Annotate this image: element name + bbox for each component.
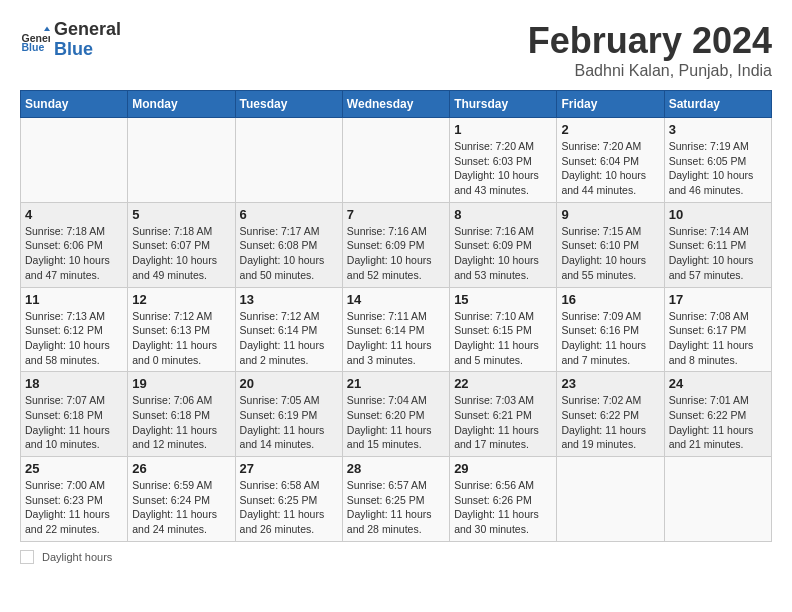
footer: Daylight hours <box>20 550 772 564</box>
calendar-week-row: 25Sunrise: 7:00 AM Sunset: 6:23 PM Dayli… <box>21 457 772 542</box>
calendar-cell: 5Sunrise: 7:18 AM Sunset: 6:07 PM Daylig… <box>128 202 235 287</box>
day-number: 15 <box>454 292 552 307</box>
calendar-cell <box>21 118 128 203</box>
day-number: 7 <box>347 207 445 222</box>
day-info: Sunrise: 6:59 AM Sunset: 6:24 PM Dayligh… <box>132 478 230 537</box>
day-number: 2 <box>561 122 659 137</box>
day-info: Sunrise: 7:08 AM Sunset: 6:17 PM Dayligh… <box>669 309 767 368</box>
day-number: 27 <box>240 461 338 476</box>
calendar-cell <box>128 118 235 203</box>
calendar-cell: 13Sunrise: 7:12 AM Sunset: 6:14 PM Dayli… <box>235 287 342 372</box>
logo-blue-text: Blue <box>54 40 121 60</box>
svg-text:Blue: Blue <box>22 40 45 52</box>
day-info: Sunrise: 7:00 AM Sunset: 6:23 PM Dayligh… <box>25 478 123 537</box>
day-info: Sunrise: 7:04 AM Sunset: 6:20 PM Dayligh… <box>347 393 445 452</box>
day-number: 8 <box>454 207 552 222</box>
day-number: 24 <box>669 376 767 391</box>
calendar-day-header: Tuesday <box>235 91 342 118</box>
day-info: Sunrise: 7:16 AM Sunset: 6:09 PM Dayligh… <box>347 224 445 283</box>
day-info: Sunrise: 7:16 AM Sunset: 6:09 PM Dayligh… <box>454 224 552 283</box>
calendar-cell: 3Sunrise: 7:19 AM Sunset: 6:05 PM Daylig… <box>664 118 771 203</box>
day-number: 9 <box>561 207 659 222</box>
calendar-cell: 20Sunrise: 7:05 AM Sunset: 6:19 PM Dayli… <box>235 372 342 457</box>
day-info: Sunrise: 7:20 AM Sunset: 6:03 PM Dayligh… <box>454 139 552 198</box>
day-number: 16 <box>561 292 659 307</box>
calendar-week-row: 4Sunrise: 7:18 AM Sunset: 6:06 PM Daylig… <box>21 202 772 287</box>
calendar-week-row: 18Sunrise: 7:07 AM Sunset: 6:18 PM Dayli… <box>21 372 772 457</box>
calendar-cell: 18Sunrise: 7:07 AM Sunset: 6:18 PM Dayli… <box>21 372 128 457</box>
calendar-day-header: Sunday <box>21 91 128 118</box>
day-info: Sunrise: 7:20 AM Sunset: 6:04 PM Dayligh… <box>561 139 659 198</box>
day-info: Sunrise: 7:12 AM Sunset: 6:13 PM Dayligh… <box>132 309 230 368</box>
calendar-week-row: 11Sunrise: 7:13 AM Sunset: 6:12 PM Dayli… <box>21 287 772 372</box>
title-block: February 2024 Badhni Kalan, Punjab, Indi… <box>528 20 772 80</box>
calendar-week-row: 1Sunrise: 7:20 AM Sunset: 6:03 PM Daylig… <box>21 118 772 203</box>
day-info: Sunrise: 7:18 AM Sunset: 6:06 PM Dayligh… <box>25 224 123 283</box>
day-info: Sunrise: 7:15 AM Sunset: 6:10 PM Dayligh… <box>561 224 659 283</box>
day-info: Sunrise: 7:05 AM Sunset: 6:19 PM Dayligh… <box>240 393 338 452</box>
day-number: 13 <box>240 292 338 307</box>
calendar-day-header: Saturday <box>664 91 771 118</box>
day-info: Sunrise: 7:01 AM Sunset: 6:22 PM Dayligh… <box>669 393 767 452</box>
day-info: Sunrise: 7:06 AM Sunset: 6:18 PM Dayligh… <box>132 393 230 452</box>
calendar-cell: 4Sunrise: 7:18 AM Sunset: 6:06 PM Daylig… <box>21 202 128 287</box>
calendar-cell: 29Sunrise: 6:56 AM Sunset: 6:26 PM Dayli… <box>450 457 557 542</box>
day-info: Sunrise: 7:17 AM Sunset: 6:08 PM Dayligh… <box>240 224 338 283</box>
calendar-cell: 7Sunrise: 7:16 AM Sunset: 6:09 PM Daylig… <box>342 202 449 287</box>
logo-general-text: General <box>54 20 121 40</box>
day-number: 14 <box>347 292 445 307</box>
day-number: 23 <box>561 376 659 391</box>
day-info: Sunrise: 7:02 AM Sunset: 6:22 PM Dayligh… <box>561 393 659 452</box>
calendar-day-header: Friday <box>557 91 664 118</box>
calendar-cell <box>557 457 664 542</box>
day-info: Sunrise: 7:07 AM Sunset: 6:18 PM Dayligh… <box>25 393 123 452</box>
day-number: 17 <box>669 292 767 307</box>
day-number: 11 <box>25 292 123 307</box>
calendar-cell: 25Sunrise: 7:00 AM Sunset: 6:23 PM Dayli… <box>21 457 128 542</box>
logo-text: General Blue <box>54 20 121 60</box>
day-number: 6 <box>240 207 338 222</box>
legend-box <box>20 550 34 564</box>
calendar-cell: 15Sunrise: 7:10 AM Sunset: 6:15 PM Dayli… <box>450 287 557 372</box>
day-number: 20 <box>240 376 338 391</box>
day-number: 22 <box>454 376 552 391</box>
day-info: Sunrise: 7:03 AM Sunset: 6:21 PM Dayligh… <box>454 393 552 452</box>
day-number: 5 <box>132 207 230 222</box>
calendar-cell: 12Sunrise: 7:12 AM Sunset: 6:13 PM Dayli… <box>128 287 235 372</box>
day-info: Sunrise: 7:09 AM Sunset: 6:16 PM Dayligh… <box>561 309 659 368</box>
day-info: Sunrise: 7:14 AM Sunset: 6:11 PM Dayligh… <box>669 224 767 283</box>
calendar-cell: 19Sunrise: 7:06 AM Sunset: 6:18 PM Dayli… <box>128 372 235 457</box>
calendar-cell: 23Sunrise: 7:02 AM Sunset: 6:22 PM Dayli… <box>557 372 664 457</box>
logo: General Blue General Blue <box>20 20 121 60</box>
legend-label: Daylight hours <box>42 551 112 563</box>
calendar-cell: 24Sunrise: 7:01 AM Sunset: 6:22 PM Dayli… <box>664 372 771 457</box>
day-info: Sunrise: 7:12 AM Sunset: 6:14 PM Dayligh… <box>240 309 338 368</box>
day-number: 10 <box>669 207 767 222</box>
calendar-cell: 2Sunrise: 7:20 AM Sunset: 6:04 PM Daylig… <box>557 118 664 203</box>
day-number: 21 <box>347 376 445 391</box>
calendar-cell: 16Sunrise: 7:09 AM Sunset: 6:16 PM Dayli… <box>557 287 664 372</box>
calendar-day-header: Thursday <box>450 91 557 118</box>
page-header: General Blue General Blue February 2024 … <box>20 20 772 80</box>
day-info: Sunrise: 6:58 AM Sunset: 6:25 PM Dayligh… <box>240 478 338 537</box>
calendar-cell: 21Sunrise: 7:04 AM Sunset: 6:20 PM Dayli… <box>342 372 449 457</box>
day-number: 4 <box>25 207 123 222</box>
day-number: 19 <box>132 376 230 391</box>
calendar-header-row: SundayMondayTuesdayWednesdayThursdayFrid… <box>21 91 772 118</box>
calendar-cell: 17Sunrise: 7:08 AM Sunset: 6:17 PM Dayli… <box>664 287 771 372</box>
logo-icon: General Blue <box>20 25 50 55</box>
day-number: 3 <box>669 122 767 137</box>
calendar-day-header: Wednesday <box>342 91 449 118</box>
svg-marker-2 <box>44 26 50 31</box>
subtitle: Badhni Kalan, Punjab, India <box>528 62 772 80</box>
day-number: 28 <box>347 461 445 476</box>
day-number: 26 <box>132 461 230 476</box>
day-info: Sunrise: 6:56 AM Sunset: 6:26 PM Dayligh… <box>454 478 552 537</box>
day-info: Sunrise: 7:10 AM Sunset: 6:15 PM Dayligh… <box>454 309 552 368</box>
day-number: 29 <box>454 461 552 476</box>
day-number: 18 <box>25 376 123 391</box>
calendar-cell: 26Sunrise: 6:59 AM Sunset: 6:24 PM Dayli… <box>128 457 235 542</box>
day-number: 12 <box>132 292 230 307</box>
calendar-cell: 22Sunrise: 7:03 AM Sunset: 6:21 PM Dayli… <box>450 372 557 457</box>
calendar-cell: 1Sunrise: 7:20 AM Sunset: 6:03 PM Daylig… <box>450 118 557 203</box>
